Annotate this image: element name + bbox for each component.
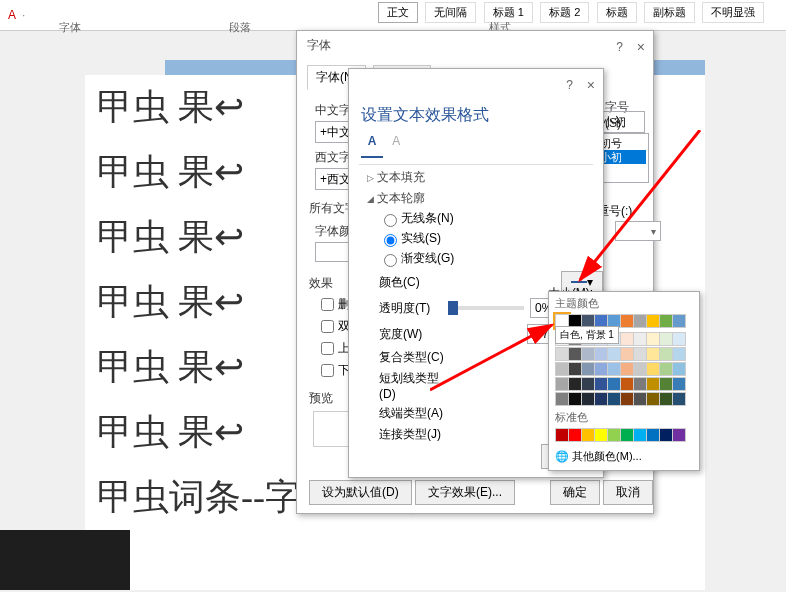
color-swatch[interactable] (633, 347, 647, 361)
color-swatch[interactable] (633, 428, 647, 442)
emphasis-combo[interactable] (615, 221, 661, 241)
color-swatch[interactable] (555, 428, 569, 442)
cancel-button[interactable]: 取消 (603, 480, 653, 505)
color-swatch[interactable] (659, 332, 673, 346)
color-swatch[interactable] (659, 347, 673, 361)
doc-text: 甲虫 (97, 412, 169, 452)
standard-colors-label: 标准色 (555, 410, 693, 425)
outline-color-label: 颜色(C) (379, 274, 451, 291)
radio-gradient-line[interactable]: 渐变线(G) (379, 250, 603, 267)
standard-row (555, 428, 693, 442)
color-swatch[interactable] (659, 377, 673, 391)
radio-solid-line[interactable]: 实线(S) (379, 230, 603, 247)
color-swatch[interactable] (646, 428, 660, 442)
color-swatch[interactable] (594, 392, 608, 406)
color-swatch[interactable] (607, 347, 621, 361)
color-tooltip: 白色, 背景 1 (555, 326, 619, 344)
ok-button[interactable]: 确定 (550, 480, 600, 505)
color-swatch[interactable] (633, 392, 647, 406)
text-effects-button[interactable]: 文字效果(E)... (415, 480, 515, 505)
color-swatch[interactable] (568, 428, 582, 442)
cap-label: 线端类型(A) (379, 405, 451, 422)
fx-title: 设置文本效果格式 (349, 97, 603, 134)
text-effects-icon[interactable]: A (392, 134, 412, 154)
dash-label: 短划线类型(D) (379, 370, 451, 401)
color-swatch[interactable] (633, 377, 647, 391)
color-swatch[interactable] (633, 314, 647, 328)
color-swatch[interactable] (581, 377, 595, 391)
doc-text: 甲虫 (97, 152, 169, 192)
color-swatch[interactable] (581, 392, 595, 406)
color-swatch[interactable] (555, 392, 569, 406)
color-picker: 主题颜色 白色, 背景 1 标准色 🌐 其他颜色(M)... (548, 291, 700, 471)
color-swatch[interactable] (594, 362, 608, 376)
join-label: 连接类型(J) (379, 426, 451, 443)
color-swatch[interactable] (607, 428, 621, 442)
color-swatch[interactable] (607, 392, 621, 406)
doc-text: 甲虫 (97, 217, 169, 257)
color-swatch[interactable] (620, 314, 634, 328)
color-swatch[interactable] (594, 428, 608, 442)
color-swatch[interactable] (555, 377, 569, 391)
color-swatch[interactable] (659, 392, 673, 406)
color-swatch[interactable] (594, 347, 608, 361)
color-swatch[interactable] (659, 314, 673, 328)
color-swatch[interactable] (620, 428, 634, 442)
theme-colors-label: 主题颜色 (555, 296, 693, 311)
color-swatch[interactable] (607, 362, 621, 376)
text-outline-group[interactable]: 文本轮廓 (367, 190, 603, 207)
size-value[interactable]: 小初 (597, 111, 645, 133)
color-swatch[interactable] (672, 314, 686, 328)
color-swatch[interactable] (646, 392, 660, 406)
color-swatch[interactable] (620, 347, 634, 361)
color-swatch[interactable] (568, 347, 582, 361)
color-swatch[interactable] (620, 332, 634, 346)
color-swatch[interactable] (672, 347, 686, 361)
color-swatch[interactable] (659, 428, 673, 442)
color-swatch[interactable] (620, 362, 634, 376)
color-swatch[interactable] (581, 428, 595, 442)
color-swatch[interactable] (555, 362, 569, 376)
doc-text: 甲虫 (97, 87, 169, 127)
radio-no-line[interactable]: 无线条(N) (379, 210, 603, 227)
dialog-title: 字体 (307, 38, 331, 52)
color-swatch[interactable] (646, 377, 660, 391)
color-swatch[interactable] (633, 362, 647, 376)
color-swatch[interactable] (672, 377, 686, 391)
text-fill-group[interactable]: 文本填充 (367, 169, 603, 186)
color-swatch[interactable] (568, 377, 582, 391)
color-swatch[interactable] (672, 332, 686, 346)
color-swatch[interactable] (672, 362, 686, 376)
color-swatch[interactable] (568, 362, 582, 376)
help-icon[interactable]: ? (616, 33, 623, 61)
close-icon[interactable]: × (637, 33, 645, 61)
more-colors[interactable]: 🌐 其他颜色(M)... (555, 446, 693, 464)
doc-text: 甲虫 (97, 282, 169, 322)
color-swatch[interactable] (646, 314, 660, 328)
color-swatch[interactable] (659, 362, 673, 376)
color-swatch[interactable] (672, 392, 686, 406)
color-swatch[interactable] (646, 332, 660, 346)
color-swatch[interactable] (620, 392, 634, 406)
color-swatch[interactable] (555, 347, 569, 361)
set-default-button[interactable]: 设为默认值(D) (309, 480, 412, 505)
transparency-label: 透明度(T) (379, 300, 448, 317)
size-list[interactable]: 初号小初 (597, 133, 649, 183)
text-fill-outline-icon[interactable]: A (361, 134, 383, 158)
color-swatch[interactable] (633, 332, 647, 346)
width-label: 宽度(W) (379, 326, 451, 343)
transparency-slider[interactable] (448, 306, 524, 310)
help-icon[interactable]: ? (566, 71, 573, 99)
color-swatch[interactable] (568, 392, 582, 406)
close-icon[interactable]: × (587, 71, 595, 99)
color-swatch[interactable] (607, 377, 621, 391)
color-swatch[interactable] (594, 377, 608, 391)
doc-text: 甲虫 (97, 347, 169, 387)
color-swatch[interactable] (620, 377, 634, 391)
color-swatch[interactable] (581, 347, 595, 361)
compound-label: 复合类型(C) (379, 349, 451, 366)
color-swatch[interactable] (646, 347, 660, 361)
color-swatch[interactable] (672, 428, 686, 442)
color-swatch[interactable] (581, 362, 595, 376)
color-swatch[interactable] (646, 362, 660, 376)
